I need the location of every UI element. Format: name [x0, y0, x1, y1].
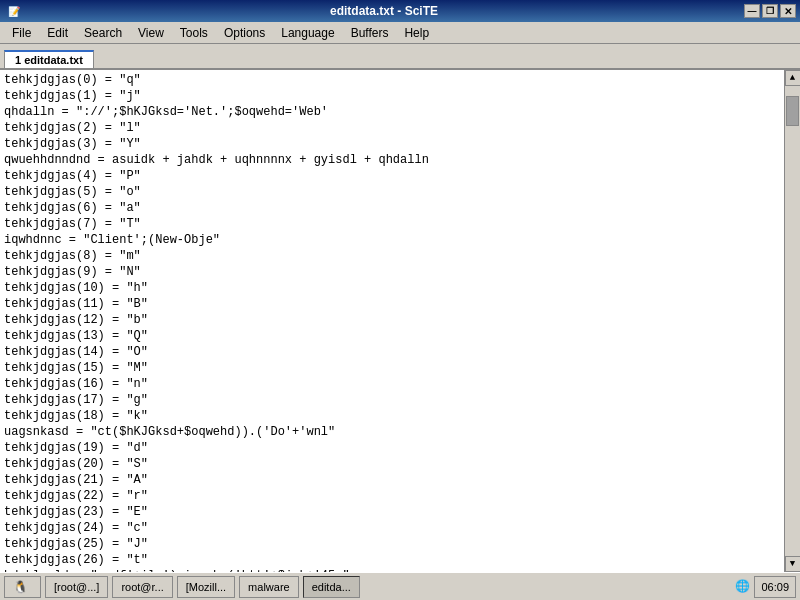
scroll-thumb[interactable] [786, 96, 799, 126]
code-line: uagsnkasd = "ct($hKJGksd+$oqwehd)).('Do'… [4, 424, 780, 440]
code-line: tehkjdgjas(19) = "d" [4, 440, 780, 456]
scroll-down-button[interactable]: ▼ [785, 556, 801, 572]
code-content[interactable]: tehkjdgjas(0) = "q"tehkjdgjas(1) = "j"qh… [0, 70, 784, 572]
taskbar-btn-2-label: [Mozill... [186, 581, 226, 593]
code-line: tehkjdgjas(13) = "Q" [4, 328, 780, 344]
code-line: tehkjdgjas(14) = "O" [4, 344, 780, 360]
window-title: editdata.txt - SciTE [24, 4, 744, 18]
menu-tools[interactable]: Tools [172, 24, 216, 42]
taskbar-btn-2[interactable]: [Mozill... [177, 576, 235, 598]
taskbar-clock: 06:09 [754, 576, 796, 598]
taskbar-btn-0-label: [root@...] [54, 581, 99, 593]
menu-edit[interactable]: Edit [39, 24, 76, 42]
scroll-track[interactable] [785, 86, 800, 556]
code-line: tehkjdgjas(18) = "k" [4, 408, 780, 424]
menu-buffers[interactable]: Buffers [343, 24, 397, 42]
window-controls: — ❐ ✕ [744, 4, 796, 18]
menu-view[interactable]: View [130, 24, 172, 42]
menu-search[interactable]: Search [76, 24, 130, 42]
code-line: tehkjdgjas(3) = "Y" [4, 136, 780, 152]
code-line: tehkjdgjas(25) = "J" [4, 536, 780, 552]
code-line: tehkjdgjas(20) = "S" [4, 456, 780, 472]
window-icon: 📝 [4, 3, 24, 19]
tray-icon-network: 🌐 [734, 579, 750, 595]
menu-help[interactable]: Help [396, 24, 437, 42]
scroll-up-button[interactable]: ▲ [785, 70, 801, 86]
code-line: tehkjdgjas(0) = "q" [4, 72, 780, 88]
code-line: tehkjdgjas(17) = "g" [4, 392, 780, 408]
code-line: qhdalln = "://';$hKJGksd='Net.';$oqwehd=… [4, 104, 780, 120]
close-button[interactable]: ✕ [780, 4, 796, 18]
restore-button[interactable]: ❐ [762, 4, 778, 18]
code-line: tehkjdgjas(11) = "B" [4, 296, 780, 312]
code-line: tehkjdgjas(8) = "m" [4, 248, 780, 264]
code-line: tehkjdgjas(10) = "h" [4, 280, 780, 296]
menu-options[interactable]: Options [216, 24, 273, 42]
editor-area: tehkjdgjas(0) = "q"tehkjdgjas(1) = "j"qh… [0, 70, 800, 572]
code-line: tehkjdgjas(6) = "a" [4, 200, 780, 216]
tab-bar: 1 editdata.txt [0, 44, 800, 70]
taskbar-btn-3-label: malware [248, 581, 290, 593]
tab-editdata[interactable]: 1 editdata.txt [4, 50, 94, 68]
taskbar-tray: 🌐 06:09 [734, 576, 796, 598]
taskbar-btn-3[interactable]: malware [239, 576, 299, 598]
minimize-button[interactable]: — [744, 4, 760, 18]
code-line: tehkjdgjas(22) = "r" [4, 488, 780, 504]
menu-language[interactable]: Language [273, 24, 342, 42]
taskbar-btn-1[interactable]: root@r... [112, 576, 172, 598]
code-line: qwuehhdnndnd = asuidk + jahdk + uqhnnnnx… [4, 152, 780, 168]
start-icon: 🐧 [13, 580, 28, 594]
code-line: tehkjdgjas(1) = "j" [4, 88, 780, 104]
code-line: iqwhdnnc = "Client';(New-Obje" [4, 232, 780, 248]
code-line: tehkjdgjas(12) = "b" [4, 312, 780, 328]
code-line: tehkjdgjas(21) = "A" [4, 472, 780, 488]
code-line: tehkjdgjas(2) = "l" [4, 120, 780, 136]
code-line: tehkjdgjas(24) = "c" [4, 520, 780, 536]
taskbar-btn-4[interactable]: editda... [303, 576, 360, 598]
scrollbar[interactable]: ▲ ▼ [784, 70, 800, 572]
code-line: tehkjdgjas(26) = "t" [4, 552, 780, 568]
code-line: tehkjdgjas(15) = "M" [4, 360, 780, 376]
code-line: tehkjdgjas(9) = "N" [4, 264, 780, 280]
menu-file[interactable]: File [4, 24, 39, 42]
taskbar-btn-0[interactable]: [root@...] [45, 576, 108, 598]
code-line: tehkjdgjas(7) = "T" [4, 216, 780, 232]
start-button[interactable]: 🐧 [4, 576, 41, 598]
taskbar-btn-1-label: root@r... [121, 581, 163, 593]
taskbar: 🐧 [root@...] root@r... [Mozill... malwar… [0, 572, 800, 600]
title-bar: 📝 editdata.txt - SciTE — ❐ ✕ [0, 0, 800, 22]
menu-bar: File Edit Search View Tools Options Lang… [0, 22, 800, 44]
code-line: tehkjdgjas(16) = "n" [4, 376, 780, 392]
code-line: tehkjdgjas(23) = "E" [4, 504, 780, 520]
taskbar-btn-4-label: editda... [312, 581, 351, 593]
code-line: tehkjdgjas(5) = "o" [4, 184, 780, 200]
code-line: tehkjdgjas(4) = "P" [4, 168, 780, 184]
